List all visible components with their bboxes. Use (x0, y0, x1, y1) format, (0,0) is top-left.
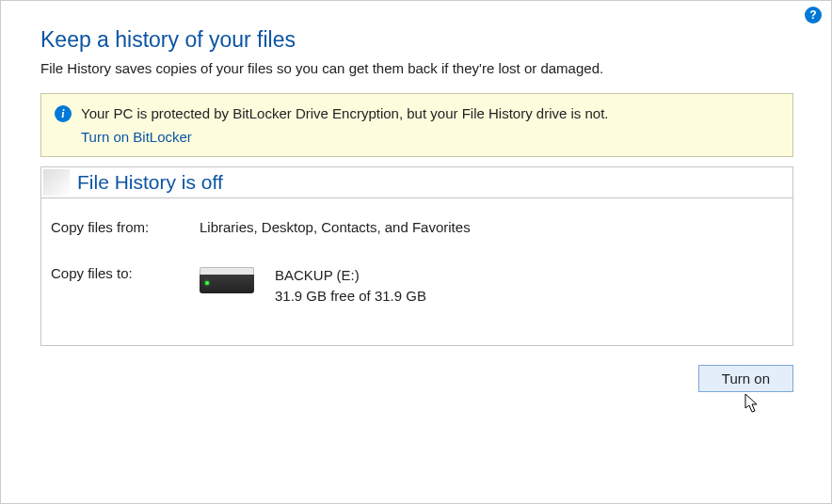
bitlocker-info-banner: i Your PC is protected by BitLocker Driv… (40, 93, 793, 157)
turn-on-button[interactable]: Turn on (698, 365, 793, 392)
status-title: File History is off (77, 171, 223, 194)
copy-from-value: Libraries, Desktop, Contacts, and Favori… (200, 219, 471, 235)
status-header: File History is off (41, 167, 792, 198)
drive-name: BACKUP (E:) (275, 265, 426, 287)
info-icon: i (55, 105, 72, 122)
status-icon (43, 169, 70, 196)
file-history-status-panel: File History is off Copy files from: Lib… (40, 166, 793, 346)
banner-message: Your PC is protected by BitLocker Drive … (81, 103, 609, 125)
page-subtitle: File History saves copies of your files … (40, 60, 793, 76)
hard-drive-icon (200, 267, 254, 295)
copy-to-label: Copy files to: (51, 265, 200, 307)
turn-on-bitlocker-link[interactable]: Turn on BitLocker (81, 129, 192, 145)
page-title: Keep a history of your files (40, 27, 793, 53)
copy-from-label: Copy files from: (51, 219, 200, 235)
drive-space: 31.9 GB free of 31.9 GB (275, 286, 426, 307)
cursor-icon (744, 393, 761, 414)
help-icon[interactable]: ? (805, 7, 822, 24)
